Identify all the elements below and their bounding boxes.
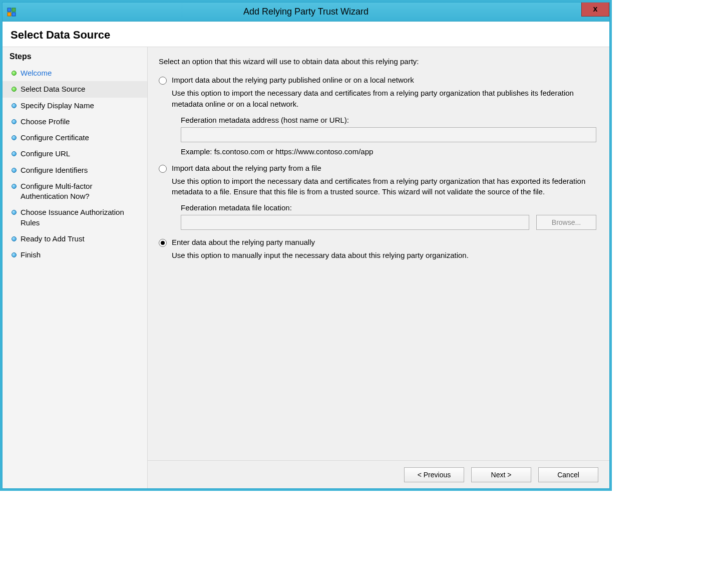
option-manual[interactable]: Enter data about the relying party manua…	[159, 238, 598, 247]
option-import-file-description: Use this option to import the necessary …	[172, 176, 598, 198]
radio-import-online[interactable]	[159, 77, 167, 85]
step-bullet-icon	[12, 236, 17, 241]
step-item-5[interactable]: Configure URL	[3, 146, 147, 162]
step-item-label: Choose Issuance Authorization Rules	[21, 207, 140, 228]
federation-address-label: Federation metadata address (host name o…	[181, 116, 598, 124]
step-item-label: Choose Profile	[21, 117, 70, 127]
wizard-button-bar: < Previous Next > Cancel	[148, 460, 609, 488]
step-bullet-icon	[12, 103, 17, 108]
option-import-file-label: Import data about the relying party from…	[172, 164, 321, 172]
step-bullet-icon	[12, 168, 17, 173]
content-pane: Select an option that this wizard will u…	[148, 47, 609, 488]
step-item-label: Select Data Source	[21, 84, 85, 94]
step-item-9[interactable]: Ready to Add Trust	[3, 231, 147, 247]
step-bullet-icon	[12, 135, 17, 140]
step-bullet-icon	[12, 71, 17, 76]
step-bullet-icon	[12, 151, 17, 156]
svg-rect-1	[12, 8, 16, 12]
radio-import-file[interactable]	[159, 165, 167, 173]
option-import-file[interactable]: Import data about the relying party from…	[159, 164, 598, 173]
step-item-label: Configure Multi-factor Authentication No…	[21, 181, 140, 202]
step-bullet-icon	[12, 87, 17, 92]
step-item-label: Finish	[21, 250, 41, 260]
step-item-10[interactable]: Finish	[3, 247, 147, 263]
step-item-label: Configure URL	[21, 149, 70, 159]
app-icon	[7, 7, 17, 17]
svg-rect-0	[8, 8, 11, 12]
wizard-window: Add Relying Party Trust Wizard x Select …	[2, 2, 610, 489]
step-item-7[interactable]: Configure Multi-factor Authentication No…	[3, 178, 147, 205]
step-item-6[interactable]: Configure Identifiers	[3, 162, 147, 178]
content-prompt: Select an option that this wizard will u…	[159, 57, 598, 66]
step-item-label: Ready to Add Trust	[21, 234, 85, 244]
step-item-label: Welcome	[21, 68, 52, 78]
step-item-8[interactable]: Choose Issuance Authorization Rules	[3, 204, 147, 231]
close-button[interactable]: x	[581, 3, 609, 17]
svg-rect-2	[12, 13, 16, 16]
step-item-label: Configure Certificate	[21, 133, 89, 143]
radio-manual[interactable]	[159, 239, 167, 247]
federation-address-example: Example: fs.contoso.com or https://www.c…	[181, 147, 598, 156]
step-bullet-icon	[12, 252, 17, 257]
window-title: Add Relying Party Trust Wizard	[3, 7, 609, 17]
option-import-online-label: Import data about the relying party publ…	[172, 76, 414, 84]
option-manual-description: Use this option to manually input the ne…	[172, 250, 598, 261]
federation-file-input[interactable]	[181, 215, 529, 230]
svg-rect-3	[8, 13, 11, 16]
step-item-3[interactable]: Choose Profile	[3, 114, 147, 130]
federation-file-label: Federation metadata file location:	[181, 203, 598, 212]
step-item-label: Configure Identifiers	[21, 165, 88, 175]
step-item-1[interactable]: Select Data Source	[3, 81, 147, 97]
steps-sidebar: Steps WelcomeSelect Data SourceSpecify D…	[3, 47, 148, 488]
browse-button[interactable]: Browse...	[536, 215, 596, 230]
next-button[interactable]: Next >	[471, 467, 531, 482]
previous-button[interactable]: < Previous	[404, 467, 464, 482]
option-import-online[interactable]: Import data about the relying party publ…	[159, 76, 598, 85]
step-item-2[interactable]: Specify Display Name	[3, 98, 147, 114]
step-item-0[interactable]: Welcome	[3, 65, 147, 81]
titlebar: Add Relying Party Trust Wizard x	[3, 3, 609, 22]
option-manual-label: Enter data about the relying party manua…	[172, 238, 315, 246]
cancel-button[interactable]: Cancel	[538, 467, 598, 482]
step-bullet-icon	[12, 184, 17, 189]
steps-heading: Steps	[3, 49, 147, 65]
step-bullet-icon	[12, 210, 17, 215]
step-item-4[interactable]: Configure Certificate	[3, 130, 147, 146]
close-icon: x	[593, 5, 598, 13]
page-title: Select Data Source	[11, 29, 601, 42]
step-item-label: Specify Display Name	[21, 101, 94, 111]
step-bullet-icon	[12, 119, 17, 124]
federation-address-input[interactable]	[181, 127, 596, 142]
page-header: Select Data Source	[3, 22, 609, 47]
option-import-online-description: Use this option to import the necessary …	[172, 88, 598, 110]
